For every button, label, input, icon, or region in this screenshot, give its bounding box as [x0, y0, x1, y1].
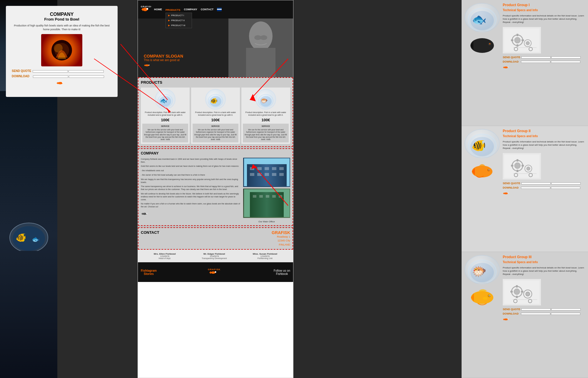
svg-text:GRAFISK: GRAFISK [141, 6, 151, 8]
svg-rect-81 [522, 165, 524, 167]
staff-member-3: Miss. Susan Fishbowl 12345678 Fishfarmin… [253, 253, 277, 259]
svg-text:🐟: 🐟 [160, 97, 167, 104]
right-bowl-svg-3: 🐡 [466, 256, 498, 283]
staff-3-name: Miss. Susan Fishbowl [253, 253, 277, 255]
staff-1-phone: 12345678 [154, 255, 176, 257]
product-1-desc: Product description. Fish in a tank with… [142, 111, 188, 116]
company-fish-logo [141, 211, 240, 217]
product-bowl-svg-3: 🐡 [257, 90, 275, 108]
svg-rect-46 [279, 195, 282, 198]
svg-text:GRAFISK: GRAFISK [208, 268, 220, 271]
right-fish-3 [465, 286, 500, 309]
download-input[interactable] [33, 75, 68, 78]
footer-fishtagram-label[interactable]: Fishtagram [141, 269, 157, 272]
dropdown-product-3[interactable]: ▶ PRODUCT III [166, 23, 192, 28]
svg-text:🐠: 🐠 [16, 232, 27, 243]
svg-rect-37 [272, 173, 276, 176]
footer-stories-label[interactable]: Stories [141, 272, 157, 275]
right-download-input-1b[interactable] [551, 61, 580, 63]
company-page-title: COMPANY [12, 12, 112, 17]
right-panel-2: 🐠 Product Gro [462, 126, 588, 252]
dropdown-product-2[interactable]: ▶ PRODUCT II [166, 18, 192, 23]
product-1-service: SERVICE We can fix this service with you… [142, 124, 188, 142]
finland-flag[interactable] [217, 8, 222, 11]
send-quote-input2[interactable] [69, 70, 104, 73]
right-send-input-3a[interactable] [521, 308, 551, 310]
svg-text:🐠: 🐠 [210, 97, 218, 104]
staff-member-2: Mr. Edgar Fishbowl 12345678 Transparency… [202, 253, 227, 259]
contact-address-line1: Roadway 1 [272, 235, 290, 239]
fire-svg [47, 37, 76, 63]
right-download-input-2b[interactable] [551, 187, 580, 189]
office-label: Our Main Office [243, 220, 290, 223]
svg-rect-100 [516, 296, 518, 298]
send-quote-label: SEND QUOTE [12, 69, 31, 73]
svg-point-8 [146, 8, 148, 10]
right-download-input-1a[interactable] [521, 61, 550, 63]
company-page-description: Production of high quality fish bowls st… [12, 24, 112, 31]
svg-point-14 [260, 35, 267, 40]
right-download-input-3a[interactable] [521, 313, 550, 315]
product-card-1: 🐟 Product description. Fish in a tank wi… [141, 88, 190, 144]
svg-rect-101 [510, 291, 513, 293]
company-building-img-2 [243, 189, 290, 218]
products-grid: 🐟 Product description. Fish in a tank wi… [141, 88, 290, 144]
right-panel-1-desc: Product specific information and technic… [503, 14, 585, 24]
svg-point-57 [514, 37, 520, 43]
right-send-input-1a[interactable] [521, 56, 551, 58]
footer-fishbook-label[interactable]: Fishbook [274, 272, 290, 275]
product-card-2: 🐠 Product description. Fish in a tank wi… [191, 88, 240, 144]
svg-point-98 [514, 289, 520, 295]
right-send-input-1b[interactable] [551, 56, 581, 58]
right-panel-3-desc: Product specific information and technic… [503, 266, 585, 276]
contact-address-line2: 12345 City [272, 239, 290, 243]
right-download-input-3b[interactable] [551, 313, 580, 315]
send-quote-input[interactable] [33, 70, 68, 73]
dropdown-product-1[interactable]: ▶ PRODUCT I [166, 13, 192, 18]
nav-products-dropdown[interactable]: PRODUCTS ▶ PRODUCT I ▶ PRODUCT II ▶ PROD [166, 7, 181, 12]
right-panel-2-desc: Product specific information and technic… [503, 140, 585, 150]
svg-rect-58 [517, 34, 518, 36]
hero-portrait [228, 19, 293, 77]
right-panels: 🐟 Product Group I Technical Specs and In… [462, 0, 588, 378]
nav-home[interactable]: HOME [154, 8, 162, 11]
right-panel-1-subtitle: Technical Specs and Info [503, 9, 585, 12]
svg-point-52 [470, 38, 494, 53]
right-send-input-3b[interactable] [551, 308, 581, 310]
right-tech-img-3 [503, 279, 541, 305]
svg-text:🐡: 🐡 [472, 264, 487, 278]
right-panel-1-title: Product Group I [503, 3, 585, 7]
grafisk-logo-svg: GRAFISK [141, 5, 151, 14]
product-bowl-svg-1: 🐟 [156, 90, 174, 108]
product-3-price: 100€ [243, 118, 289, 122]
company-section-title: COMPANY [141, 151, 290, 155]
footer-fishtagram-block: Fishtagram Stories [141, 269, 157, 275]
product-bowl-svg-2: 🐠 [207, 90, 224, 108]
footer-follow-label[interactable]: Follow us on [274, 269, 290, 272]
svg-rect-29 [250, 167, 254, 170]
company-para1: Company fishtank was invented back in 19… [141, 158, 240, 164]
website-footer: Fishtagram Stories GRAFISK Follow us on … [138, 262, 293, 282]
nav-products-label[interactable]: PRODUCTS [166, 9, 181, 11]
download-input2[interactable] [69, 75, 104, 78]
svg-point-15 [149, 65, 150, 65]
right-tech-img-1 [503, 27, 541, 53]
right-panel-2-actions: SEND QUOTE DOWNLOAD [503, 182, 585, 196]
left-fishbowl-svg: 🐠 🐟 [5, 219, 52, 251]
svg-rect-61 [522, 39, 524, 41]
svg-rect-12 [246, 48, 275, 77]
nav-contact[interactable]: CONTACT [201, 8, 213, 11]
svg-rect-30 [257, 167, 262, 170]
svg-point-95 [483, 297, 487, 300]
page-wrapper: 🐠 🐟 COMPANY From Pond to Bowl Production… [0, 0, 588, 378]
right-panel-3-actions: SEND QUOTE DOWNLOAD [503, 308, 585, 322]
nav-company[interactable]: COMPANY [184, 8, 197, 11]
company-bullet1: - the inhabitants sees out [141, 169, 240, 172]
right-send-input-2a[interactable] [521, 182, 551, 184]
product-3-desc: Product description. Fish in a tank with… [243, 111, 289, 116]
right-send-input-2b[interactable] [551, 182, 581, 184]
svg-rect-35 [257, 173, 262, 176]
right-download-input-2a[interactable] [521, 187, 550, 189]
main-website: GRAFISK HOME PRODUCTS ▶ PRODUCT I ▶ [138, 0, 293, 378]
product-1-price: 100€ [142, 118, 188, 122]
